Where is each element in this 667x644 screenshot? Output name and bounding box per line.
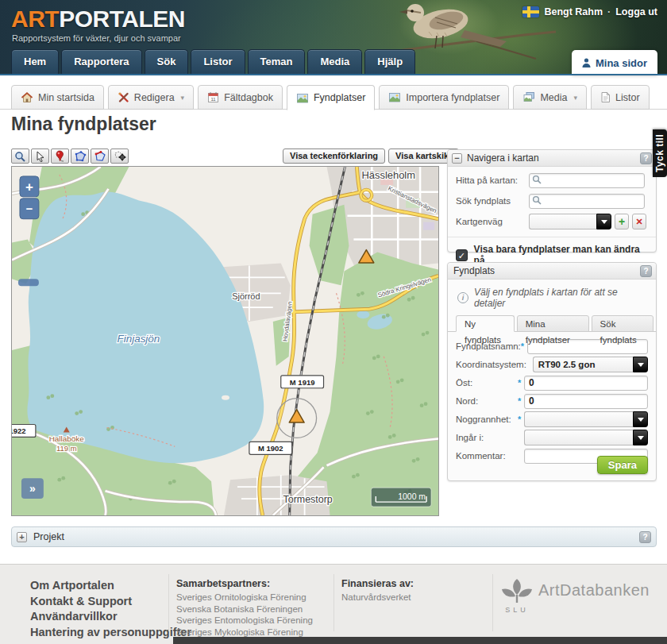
projekt-section[interactable]: + Projekt ? xyxy=(11,526,657,547)
svg-text:M 1902: M 1902 xyxy=(258,444,283,453)
map-shortcut-select[interactable] xyxy=(529,214,611,229)
svg-text:1922: 1922 xyxy=(12,426,25,435)
nav-item-listor[interactable]: Listor xyxy=(191,49,245,74)
draw-polygon-tool-button[interactable] xyxy=(71,148,89,164)
road-sign-m1902: M 1902 xyxy=(249,442,292,454)
subnav-label: Media xyxy=(540,92,567,103)
north-input[interactable] xyxy=(524,394,648,409)
dropdown-arrow-icon xyxy=(633,357,648,372)
subnav-redigera[interactable]: Redigera ▾ xyxy=(108,85,194,110)
select-cursor-tool-button[interactable] xyxy=(31,148,49,164)
partner-item[interactable]: Sveriges Ornitologiska Förening xyxy=(176,592,313,604)
subnav-importera-fyndplatser[interactable]: Importera fyndplatser xyxy=(379,85,509,110)
subnav-label: Listor xyxy=(615,92,640,103)
user-name-link[interactable]: Bengt Rahm xyxy=(544,6,603,17)
search-site-input[interactable] xyxy=(529,194,645,209)
person-icon xyxy=(582,58,591,68)
subnav-label: Min startsida xyxy=(38,92,94,103)
map-expand-button[interactable]: » xyxy=(21,478,44,499)
zoom-box-tool-button[interactable] xyxy=(11,148,29,164)
svg-text:+: + xyxy=(25,179,33,195)
partner-item[interactable]: Sveriges Mykologiska Förening xyxy=(176,627,313,638)
subnav-listor[interactable]: Listor xyxy=(591,85,650,110)
site-help-icon[interactable]: ? xyxy=(640,265,652,277)
nav-item-rapportera[interactable]: Rapportera xyxy=(61,49,141,74)
collapse-icon[interactable]: − xyxy=(452,153,462,164)
footer-divider xyxy=(334,574,334,631)
nav-item-hjalp[interactable]: Hjälp xyxy=(364,49,415,74)
tab-mina-fyndplatser[interactable]: Mina fyndplatser xyxy=(517,315,589,332)
feedback-tab[interactable]: Tyck till xyxy=(653,129,667,177)
subnav-min-startsida[interactable]: Min startsida xyxy=(11,85,104,110)
comment-label: Kommentar: xyxy=(456,451,518,461)
logo-part-1: ART xyxy=(11,6,59,32)
map-zoom-in-button[interactable]: + xyxy=(20,176,39,197)
add-shortcut-button[interactable]: + xyxy=(615,214,629,229)
subnav-fyndplatser[interactable]: Fyndplatser xyxy=(287,85,375,110)
svg-text:1000 m: 1000 m xyxy=(398,492,426,501)
info-icon: i xyxy=(457,292,468,303)
nav-item-sok[interactable]: Sök xyxy=(145,49,189,74)
modify-polygon-tool-button[interactable] xyxy=(91,148,109,164)
navigate-panel-header: − Navigera i kartan ? xyxy=(448,150,656,167)
map-zoom-slider[interactable] xyxy=(18,279,39,286)
map-label-hallaboke: Hallaböke xyxy=(49,434,85,443)
nav-item-media[interactable]: Media xyxy=(307,49,362,74)
partners-title: Samarbetspartners: xyxy=(176,578,313,589)
dropdown-arrow-icon xyxy=(633,430,648,445)
footer-link-personuppgifter[interactable]: Hantering av personuppgifter xyxy=(30,625,191,641)
show-legend-button[interactable]: Visa teckenförklaring xyxy=(283,148,385,164)
tools-icon xyxy=(118,91,129,103)
swedish-flag-icon[interactable] xyxy=(522,6,539,17)
dropdown-arrow-icon xyxy=(596,214,611,229)
navigate-panel-title: Navigera i kartan xyxy=(467,152,640,164)
nav-item-teman[interactable]: Teman xyxy=(248,49,306,74)
subnav-media[interactable]: Media ▾ xyxy=(513,85,587,110)
east-input[interactable] xyxy=(524,376,648,391)
map-zoom-out-button[interactable]: − xyxy=(20,199,39,219)
mina-sidor-tab[interactable]: Mina sidor xyxy=(572,50,657,75)
expand-icon[interactable]: + xyxy=(17,532,27,542)
map-label-hassleholm: Hässleholm xyxy=(361,169,415,181)
nav-item-hem[interactable]: Hem xyxy=(11,49,59,74)
map-shortcut-label: Kartgenväg xyxy=(456,217,529,226)
subnav-faltdagbok[interactable]: 11 Fältdagbok xyxy=(198,85,283,110)
app-logo[interactable]: ARTPORTALEN xyxy=(11,7,185,31)
navigate-help-icon[interactable]: ? xyxy=(640,152,652,164)
remove-shortcut-button[interactable]: ✕ xyxy=(632,214,646,229)
map-canvas[interactable]: Hovdalavägen Södra Kringelvägen Kristian… xyxy=(11,166,439,516)
slu-logo[interactable]: SLU xyxy=(500,577,534,619)
footer-link-om[interactable]: Om Artportalen xyxy=(30,578,191,594)
logout-link[interactable]: Logga ut xyxy=(615,6,657,17)
site-panel-header: Fyndplats ? xyxy=(448,263,656,280)
logo-tagline: Rapportsystem för växter, djur och svamp… xyxy=(12,33,181,43)
partner-item[interactable]: Svenska Botaniska Föreningen xyxy=(176,604,313,615)
tab-ny-fyndplats[interactable]: Ny fyndplats xyxy=(456,315,515,332)
footer-link-kontakt[interactable]: Kontakt & Support xyxy=(30,594,191,610)
coordsys-label: Koordinatsystem: xyxy=(456,360,526,369)
save-button[interactable]: Spara xyxy=(597,456,648,474)
chevron-down-icon: ▾ xyxy=(573,94,577,102)
accuracy-select[interactable] xyxy=(524,411,648,427)
image-icon xyxy=(296,92,309,104)
part-of-select[interactable] xyxy=(524,430,648,445)
chevron-down-icon: ▾ xyxy=(181,94,185,102)
search-icon xyxy=(532,175,542,185)
road-sign-1922: 1922 xyxy=(12,425,36,438)
place-marker-tool-button[interactable] xyxy=(51,148,69,164)
coordsys-select[interactable]: RT90 2.5 gon xyxy=(533,357,648,372)
move-feature-tool-button[interactable] xyxy=(110,148,129,164)
tab-sok-fyndplats[interactable]: Sök fyndplats xyxy=(592,315,654,332)
footer-link-anvandarvillkor[interactable]: Användarvillkor xyxy=(30,609,191,625)
editable-only-checkbox[interactable]: ✓ xyxy=(456,249,468,261)
mina-sidor-label: Mina sidor xyxy=(596,57,647,69)
artdatabanken-logo-text[interactable]: ArtDatabanken xyxy=(538,581,650,600)
document-icon xyxy=(600,91,611,103)
find-on-map-input[interactable] xyxy=(529,173,645,188)
site-panel-title: Fyndplats xyxy=(453,265,640,276)
north-label: Nord: xyxy=(456,396,518,406)
projekt-help-icon[interactable]: ? xyxy=(639,531,651,543)
partner-item[interactable]: Sveriges Entomologiska Förening xyxy=(176,615,313,627)
part-of-label: Ingår i: xyxy=(456,433,518,442)
panel-divider xyxy=(448,237,656,237)
